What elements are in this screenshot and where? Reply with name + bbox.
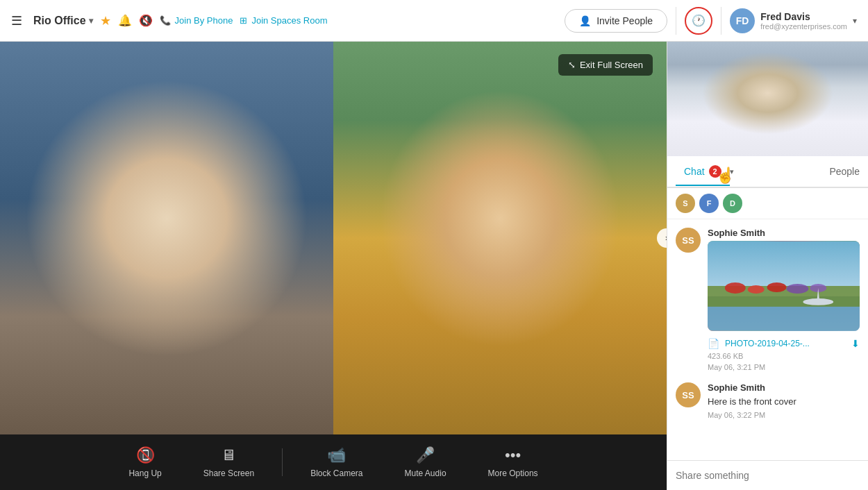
hang-up-label: Hang Up (128, 468, 161, 478)
svg-point-6 (786, 284, 808, 294)
mini-avatar-3[interactable]: D (723, 194, 742, 213)
tab-bar: Chat 2 ☝ ▾ People (667, 156, 868, 188)
clock-icon: 🕐 (692, 14, 706, 27)
msg-content-2: Sophie Smith Here is the front cover May… (708, 382, 860, 419)
msg-avatar-2: SS (676, 382, 701, 407)
block-camera-button[interactable]: 📹 Block Camera (290, 446, 383, 478)
join-by-phone-button[interactable]: 📞 Join By Phone (160, 15, 233, 26)
exit-fullscreen-label: Exit Full Screen (580, 60, 643, 70)
phone-icon: 📞 (160, 15, 171, 26)
share-screen-label: Share Screen (203, 468, 254, 478)
msg-avatar-1: SS (676, 228, 701, 253)
bell-icon[interactable]: 🔔 (118, 14, 132, 27)
mute-icon: 🎤 (416, 446, 435, 464)
mute-audio-label: Mute Audio (405, 468, 446, 478)
toolbar-divider (282, 448, 283, 476)
svg-point-4 (748, 285, 765, 294)
user-name: Fred Davis (760, 11, 847, 22)
video-person-2 (333, 42, 667, 434)
join-spaces-room-button[interactable]: ⊞ Join Spaces Room (240, 15, 327, 26)
hang-up-button[interactable]: 📵 Hang Up (108, 446, 182, 478)
msg-time-2: May 06, 3:22 PM (708, 411, 860, 419)
header-divider (676, 7, 676, 35)
invite-label: Invite People (596, 15, 653, 26)
timer-button[interactable]: 🕐 (685, 7, 712, 35)
user-info: Fred Davis fred@xyzenterprises.com (760, 11, 847, 31)
hang-up-icon: 📵 (136, 446, 155, 464)
svg-point-5 (767, 282, 787, 292)
msg-text: Here is the front cover (708, 396, 860, 408)
chat-input-area (667, 460, 868, 490)
star-icon[interactable]: ★ (100, 13, 111, 28)
chat-input[interactable] (676, 470, 860, 481)
chevron-down-icon: ▾ (89, 16, 93, 26)
tab-people[interactable]: People (829, 166, 860, 177)
video-toolbar: 📵 Hang Up 🖥 Share Screen 📹 Block Camera … (0, 434, 667, 490)
doctor-background (667, 42, 868, 156)
video-cell-1 (0, 42, 333, 434)
share-screen-icon: 🖥 (221, 446, 236, 464)
user-email: fred@xyzenterprises.com (760, 22, 847, 31)
user-profile[interactable]: FD Fred Davis fred@xyzenterprises.com ▾ (730, 8, 857, 33)
msg-content-1: Sophie Smith (708, 228, 860, 371)
doctor-video (667, 42, 868, 156)
avatar: FD (730, 8, 755, 33)
header-divider-2 (721, 7, 721, 35)
msg-image (708, 241, 860, 331)
video-cell-2: › (333, 42, 667, 434)
people-tab-label: People (829, 166, 860, 177)
mute-icon[interactable]: 🔇 (139, 14, 153, 27)
video-grid: › (0, 42, 667, 434)
exit-fullscreen-button[interactable]: ⤡ Exit Full Screen (558, 54, 653, 76)
mini-avatar-1[interactable]: S (676, 194, 695, 213)
more-icon: ••• (505, 446, 521, 464)
header: ☰ Rio Office ▾ ★ 🔔 🔇 📞 Join By Phone ⊞ J… (0, 0, 868, 42)
message-block-2: SS Sophie Smith Here is the front cover … (676, 382, 860, 419)
video-person-1 (0, 42, 333, 434)
chat-messages: SS Sophie Smith (667, 219, 868, 460)
video-area: ⤡ Exit Full Screen › (0, 42, 667, 490)
msg-sender-1: Sophie Smith (708, 228, 860, 238)
fullscreen-icon: ⤡ (568, 60, 576, 70)
join-spaces-label: Join Spaces Room (251, 15, 327, 26)
main-content: ⤡ Exit Full Screen › (0, 42, 868, 490)
file-icon: 📄 (708, 338, 719, 349)
spaces-icon: ⊞ (240, 15, 247, 26)
menu-icon[interactable]: ☰ (11, 13, 22, 28)
message-block-1: SS Sophie Smith (676, 228, 860, 371)
share-screen-button[interactable]: 🖥 Share Screen (183, 446, 275, 478)
msg-image-container[interactable] (708, 241, 860, 331)
app-title-text: Rio Office (33, 15, 86, 27)
person2-background (333, 42, 667, 434)
invite-people-button[interactable]: 👤 Invite People (565, 9, 667, 33)
block-camera-label: Block Camera (310, 468, 362, 478)
right-panel: Chat 2 ☝ ▾ People S F D SS Sophie Smith (667, 42, 868, 490)
download-icon[interactable]: ⬇ (851, 338, 860, 349)
header-right: 👤 Invite People 🕐 FD Fred Davis fred@xyz… (565, 7, 857, 35)
msg-sender-2: Sophie Smith (708, 382, 860, 393)
camera-icon: 📹 (327, 446, 346, 464)
msg-file-row: 📄 PHOTO-2019-04-25-... ⬇ (708, 335, 860, 352)
profile-chevron-icon: ▾ (853, 16, 857, 26)
app-title[interactable]: Rio Office ▾ (33, 15, 93, 27)
mute-audio-button[interactable]: 🎤 Mute Audio (384, 446, 467, 478)
chevron-right-icon: › (665, 233, 667, 243)
file-name[interactable]: PHOTO-2019-04-25-... (725, 339, 846, 348)
tab-chat[interactable]: Chat 2 ☝ (676, 158, 730, 186)
header-left: ☰ Rio Office ▾ ★ 🔔 🔇 📞 Join By Phone ⊞ J… (11, 13, 565, 28)
mini-avatar-2[interactable]: F (699, 194, 719, 213)
more-options-label: More Options (488, 468, 538, 478)
avatar-initials: FD (736, 15, 749, 26)
msg-time-1: May 06, 3:21 PM (708, 363, 860, 371)
photo-svg (708, 241, 860, 331)
file-size: 423.66 KB (708, 352, 860, 360)
tab-chevron-icon[interactable]: ▾ (730, 167, 734, 176)
join-phone-label: Join By Phone (175, 15, 233, 26)
svg-point-3 (725, 282, 746, 294)
people-row: S F D (667, 188, 868, 219)
chat-tab-label: Chat (684, 166, 705, 177)
chat-badge: 2 (709, 165, 721, 178)
invite-icon: 👤 (579, 15, 591, 26)
person1-background (0, 42, 333, 434)
more-options-button[interactable]: ••• More Options (467, 446, 559, 478)
